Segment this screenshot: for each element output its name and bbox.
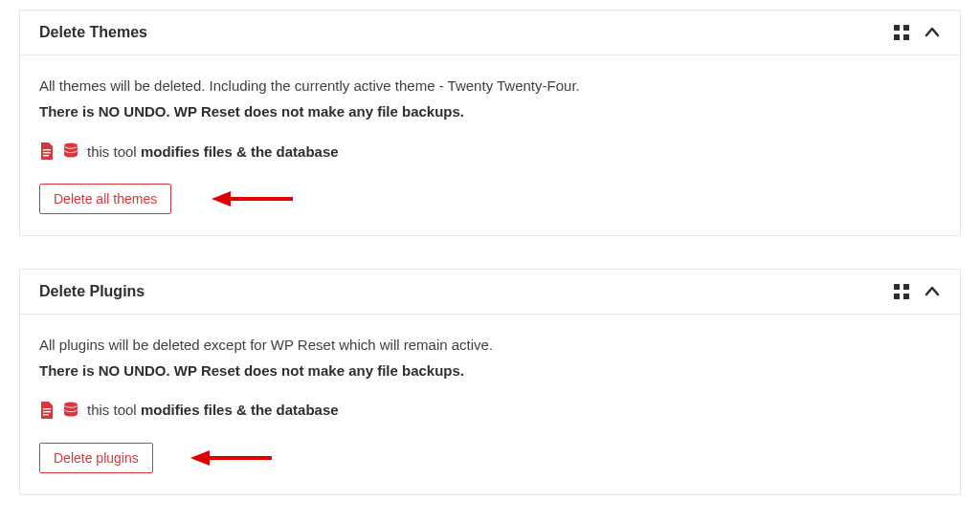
database-icon [62, 142, 79, 160]
panel-delete-themes: Delete Themes All themes [19, 10, 961, 236]
svg-rect-16 [43, 411, 51, 412]
panel-title: Delete Themes [39, 24, 147, 41]
chevron-up-icon[interactable] [924, 283, 941, 300]
annotation-arrow-icon [212, 189, 293, 208]
svg-rect-17 [43, 414, 49, 415]
modifies-text: this tool modifies files & the database [87, 399, 339, 421]
svg-rect-6 [43, 155, 49, 156]
panel-warning: There is NO UNDO. WP Reset does not make… [39, 100, 941, 122]
panel-header: Delete Themes [20, 11, 960, 55]
panel-description: All themes will be deleted. Including th… [39, 75, 941, 97]
panel-delete-plugins: Delete Plugins All plugin [19, 269, 961, 495]
panel-header-controls [893, 24, 941, 41]
panel-warning: There is NO UNDO. WP Reset does not make… [39, 360, 941, 381]
panel-header: Delete Plugins [20, 270, 960, 315]
svg-rect-12 [903, 284, 909, 290]
file-icon [39, 402, 55, 419]
svg-rect-14 [903, 294, 909, 299]
svg-rect-2 [894, 34, 900, 40]
modifies-bold: modifies files & the database [141, 402, 339, 418]
modifies-bold: modifies files & the database [141, 143, 339, 160]
grid-icon[interactable] [893, 283, 910, 300]
delete-plugins-button[interactable]: Delete plugins [39, 443, 153, 473]
delete-all-themes-button[interactable]: Delete all themes [39, 184, 171, 214]
svg-rect-1 [903, 25, 909, 31]
modifies-row: this tool modifies files & the database [39, 399, 941, 421]
svg-rect-0 [894, 25, 900, 31]
svg-rect-15 [43, 408, 51, 409]
file-icon [39, 142, 55, 160]
panel-header-controls [893, 283, 941, 300]
modifies-prefix: this tool [87, 402, 141, 418]
svg-rect-4 [43, 149, 51, 150]
modifies-text: this tool modifies files & the database [87, 141, 339, 163]
svg-marker-10 [212, 191, 231, 207]
chevron-up-icon[interactable] [924, 24, 941, 41]
modifies-row: this tool modifies files & the database [39, 141, 941, 163]
svg-rect-3 [903, 34, 909, 40]
svg-rect-13 [894, 294, 900, 299]
modifies-prefix: this tool [87, 143, 141, 160]
database-icon [62, 402, 79, 419]
panel-title: Delete Plugins [39, 283, 145, 300]
panel-description: All plugins will be deleted except for W… [39, 334, 941, 356]
panel-body: All themes will be deleted. Including th… [20, 55, 960, 235]
grid-icon[interactable] [893, 24, 910, 41]
svg-rect-5 [43, 152, 51, 153]
annotation-arrow-icon [190, 448, 272, 468]
svg-rect-11 [894, 284, 900, 290]
panel-body: All plugins will be deleted except for W… [20, 315, 960, 494]
svg-marker-20 [190, 450, 210, 466]
